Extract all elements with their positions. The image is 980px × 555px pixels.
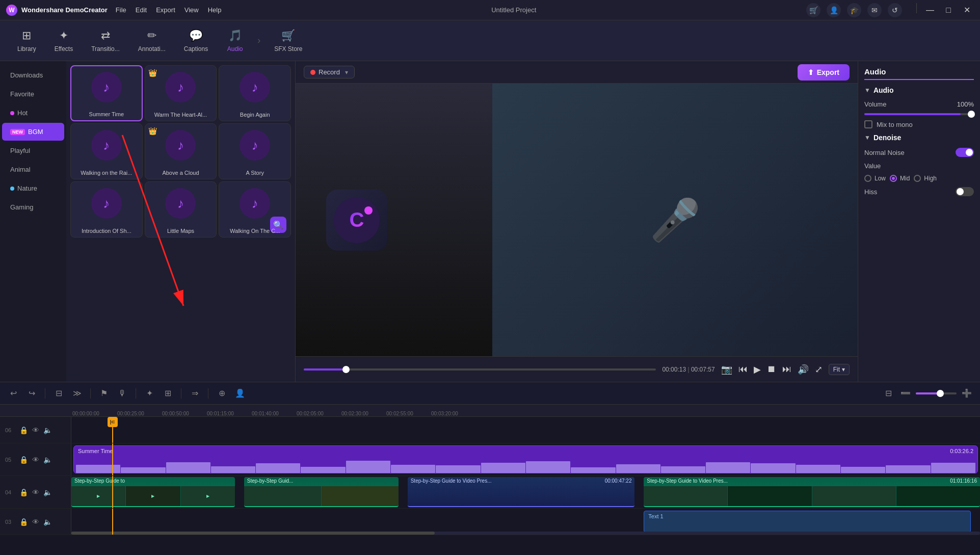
- zoom-out-button[interactable]: ➖: [898, 386, 913, 401]
- toolbar-annotations[interactable]: ✏ Annotati...: [129, 25, 175, 57]
- account-icon[interactable]: 👤: [827, 3, 841, 17]
- lock-icon-03[interactable]: 🔒: [19, 518, 28, 526]
- volume-thumb[interactable]: [968, 111, 975, 118]
- audio-clip-time: 0:03:26.2: [950, 448, 973, 454]
- progress-thumb[interactable]: [342, 366, 350, 373]
- menu-export[interactable]: Export: [156, 6, 175, 14]
- toolbar-sfxstore[interactable]: 🛒 SFX Store: [265, 25, 311, 57]
- lock-icon-05[interactable]: 🔒: [19, 456, 28, 464]
- toolbar-effects[interactable]: ✦ Effects: [45, 25, 82, 57]
- toolbar-transitions[interactable]: ⇄ Transitio...: [82, 25, 129, 57]
- normal-noise-toggle[interactable]: [956, 148, 974, 157]
- category-hot[interactable]: Hot: [2, 104, 64, 122]
- mail-icon[interactable]: ✉: [867, 3, 882, 17]
- low-radio[interactable]: [864, 175, 871, 182]
- eye-icon-06[interactable]: 👁: [32, 426, 39, 434]
- export-button[interactable]: ⬆ Export: [798, 64, 850, 81]
- skip-forward-button[interactable]: ⏭: [782, 364, 791, 375]
- category-bgm[interactable]: NEW BGM: [2, 123, 64, 141]
- zoom-slider[interactable]: [916, 392, 957, 394]
- app-name: Wondershare DemoCreator: [21, 6, 108, 14]
- learn-icon[interactable]: 🎓: [847, 3, 861, 17]
- high-radio[interactable]: [914, 175, 921, 182]
- audio-circle: ♪: [240, 188, 270, 219]
- mix-to-mono-checkbox[interactable]: [864, 120, 872, 128]
- speed-tool[interactable]: ⇒: [188, 386, 202, 401]
- text-clip-03[interactable]: Text 1: [644, 511, 971, 533]
- zoom-in-button[interactable]: ➕: [960, 386, 974, 401]
- toolbar-captions[interactable]: 💬 Captions: [175, 25, 217, 57]
- marker-tool[interactable]: ⚑: [97, 386, 111, 401]
- redo-button[interactable]: ↪: [24, 386, 39, 401]
- add-track-tool[interactable]: ⊕: [215, 386, 229, 401]
- video-clip-2[interactable]: Step-by-Step Guid...: [244, 477, 399, 507]
- audio-card-intro-sh[interactable]: ♪ Introduction Of Sh...: [70, 181, 143, 237]
- audio-card-above-cloud[interactable]: 👑 ♪ Above a Cloud: [145, 123, 217, 179]
- h-scrollbar-thumb[interactable]: [71, 532, 435, 535]
- audio-card-walking-rain[interactable]: ♪ Walking on the Rai...: [70, 123, 143, 179]
- mid-radio[interactable]: [890, 175, 897, 182]
- mute-icon-05[interactable]: 🔈: [43, 456, 52, 464]
- eye-icon-03[interactable]: 👁: [32, 518, 39, 526]
- category-animal[interactable]: Animal: [2, 161, 64, 178]
- shop-icon[interactable]: 🛒: [806, 3, 820, 17]
- record-tool[interactable]: 🎙: [115, 386, 129, 401]
- volume-slider[interactable]: [864, 113, 974, 115]
- skip-back-button[interactable]: ⏮: [738, 364, 748, 375]
- audio-card-walking-c[interactable]: ♪ Walking On The C... 🔍: [219, 181, 291, 237]
- mute-icon-04[interactable]: 🔈: [43, 488, 52, 496]
- denoise-section-header: ▼ Denoise: [864, 134, 974, 142]
- minimize-button[interactable]: —: [923, 3, 937, 17]
- volume-slider-container: [864, 113, 974, 115]
- video-clip-1[interactable]: Step-by-Step Guide to ▶ ▶ ▶: [71, 477, 235, 507]
- split-tool[interactable]: ≫: [70, 386, 84, 401]
- mute-icon-06[interactable]: 🔈: [43, 426, 52, 434]
- toolbar-more[interactable]: ›: [253, 35, 265, 46]
- maximize-button[interactable]: □: [941, 3, 956, 17]
- settings-icon[interactable]: ↺: [888, 3, 902, 17]
- snap-tool[interactable]: ✦: [142, 386, 156, 401]
- audio-card-summer-time[interactable]: ♪ Summer Time: [70, 65, 143, 121]
- toolbar-audio[interactable]: 🎵 Audio: [217, 25, 253, 57]
- undo-button[interactable]: ↩: [6, 386, 20, 401]
- menu-view[interactable]: View: [184, 6, 199, 14]
- close-button[interactable]: ✕: [960, 3, 974, 17]
- audio-card-a-story[interactable]: ♪ A Story: [219, 123, 291, 179]
- audio-card-warm-heart[interactable]: 👑 ♪ Warm The Heart-Al...: [145, 65, 217, 121]
- eye-icon-05[interactable]: 👁: [32, 456, 39, 464]
- volume-button[interactable]: 🔊: [798, 364, 809, 375]
- menu-file[interactable]: File: [116, 6, 126, 14]
- cut-tool[interactable]: ⊟: [51, 386, 66, 401]
- mute-icon-03[interactable]: 🔈: [43, 518, 52, 526]
- menu-edit[interactable]: Edit: [136, 6, 147, 14]
- category-favorite[interactable]: Favorite: [2, 85, 64, 103]
- screenshot-button[interactable]: 📷: [721, 364, 732, 375]
- audio-card-little-maps[interactable]: ♪ Little Maps: [145, 181, 217, 237]
- titlebar-actions: 🛒 👤 🎓 ✉ ↺ — □ ✕: [806, 3, 974, 17]
- group-tool[interactable]: 👤: [233, 386, 247, 401]
- audio-card-begin-again[interactable]: ♪ Begin Again: [219, 65, 291, 121]
- zoom-fit-button[interactable]: ⊟: [881, 386, 895, 401]
- video-clip-3[interactable]: Step-by-Step Guide to Video Pres... 00:0…: [408, 477, 635, 507]
- fit-selector[interactable]: Fit ▾: [829, 364, 850, 375]
- video-clip-4[interactable]: Step-by-Step Guide to Video Pres... 01:0…: [644, 477, 980, 507]
- category-nature[interactable]: Nature: [2, 179, 64, 197]
- zoom-thumb[interactable]: [937, 390, 944, 397]
- hiss-toggle[interactable]: [956, 187, 974, 196]
- fullscreen-button[interactable]: ⤢: [815, 364, 823, 375]
- toolbar-library[interactable]: ⊞ Library: [8, 25, 45, 57]
- crop-tool[interactable]: ⊞: [161, 386, 175, 401]
- category-downloads[interactable]: Downloads: [2, 66, 64, 84]
- record-button[interactable]: Record ▾: [304, 66, 355, 78]
- eye-icon-04[interactable]: 👁: [32, 488, 39, 496]
- menu-help[interactable]: Help: [208, 6, 222, 14]
- stop-button[interactable]: ⏹: [767, 364, 776, 375]
- lock-icon-06[interactable]: 🔒: [19, 426, 28, 434]
- progress-bar[interactable]: [304, 368, 656, 371]
- play-button[interactable]: ▶: [754, 364, 761, 375]
- category-gaming[interactable]: Gaming: [2, 198, 64, 216]
- category-playful[interactable]: Playful: [2, 142, 64, 160]
- audio-clip-summer-time[interactable]: Summer Time 0:03:26.2: [73, 445, 978, 473]
- low-radio-row: Low: [864, 175, 886, 182]
- lock-icon-04[interactable]: 🔒: [19, 488, 28, 496]
